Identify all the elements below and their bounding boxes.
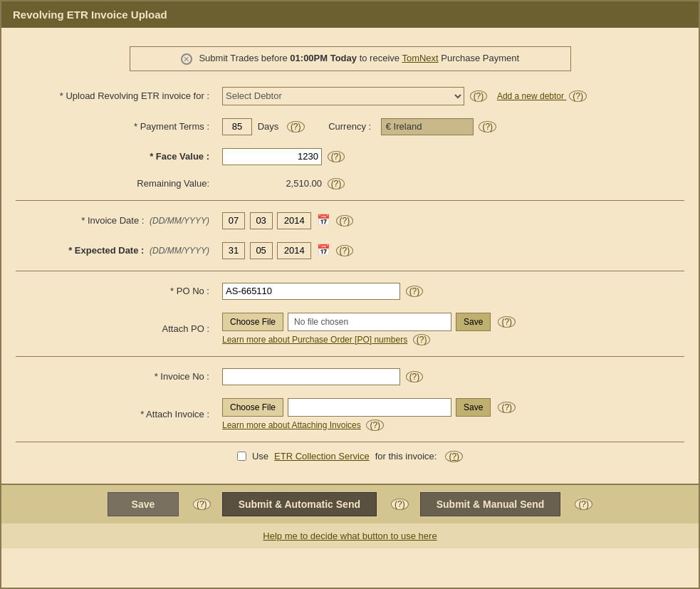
invoice-date-row: * Invoice Date : (DD/MM/YYYY) 📅 (?) bbox=[16, 209, 684, 232]
choose-file-button[interactable]: Choose File bbox=[222, 313, 283, 331]
invoice-file-row: Choose File Save (?) bbox=[222, 398, 516, 417]
invoice-mm-input[interactable] bbox=[250, 212, 273, 229]
bottom-bar: Save (?) Submit & Automatic Send (?) Sub… bbox=[1, 484, 699, 523]
submit-auto-help[interactable]: (?) bbox=[391, 499, 409, 510]
learn-po-help[interactable]: (?) bbox=[413, 334, 431, 345]
currency-label: Currency : bbox=[328, 121, 371, 132]
notice-prefix: Submit Trades before bbox=[199, 53, 290, 63]
bottom-section: Save (?) Submit & Automatic Send (?) Sub… bbox=[1, 484, 699, 548]
debtor-select[interactable]: Select Debtor bbox=[222, 87, 464, 105]
add-debtor-help[interactable]: (?) bbox=[569, 90, 587, 102]
face-value-row: * Face Value : (?) bbox=[16, 145, 684, 168]
currency-help[interactable]: (?) bbox=[479, 121, 496, 132]
help-decide-link[interactable]: Help me to decide what button to use her… bbox=[1, 531, 699, 541]
payment-terms-label: * Payment Terms : bbox=[16, 121, 222, 132]
po-save-button[interactable]: Save bbox=[456, 313, 491, 331]
face-value-help[interactable]: (?) bbox=[328, 151, 345, 162]
notice-icon: ✕ bbox=[181, 53, 192, 65]
divider-1 bbox=[16, 200, 684, 201]
page-container: Revolving ETR Invoice Upload ✕ Submit Tr… bbox=[0, 0, 700, 589]
invoice-no-help[interactable]: (?) bbox=[406, 371, 424, 382]
expected-yyyy-input[interactable] bbox=[277, 242, 311, 259]
face-value-label: * Face Value : bbox=[16, 151, 222, 162]
main-content: ✕ Submit Trades before 01:00PM Today to … bbox=[1, 28, 699, 484]
payment-help[interactable]: (?) bbox=[287, 121, 305, 132]
tomnext-link[interactable]: TomNext bbox=[402, 53, 438, 63]
payment-days-input[interactable] bbox=[222, 118, 252, 135]
attach-invoice-row: * Attach Invoice : Choose File Save (?) … bbox=[16, 395, 684, 433]
submit-manual-help[interactable]: (?) bbox=[575, 499, 592, 510]
po-no-input[interactable] bbox=[222, 283, 400, 300]
po-no-controls: (?) bbox=[222, 283, 423, 300]
invoice-no-controls: (?) bbox=[222, 368, 423, 385]
save-button[interactable]: Save bbox=[108, 492, 179, 516]
remaining-value-label: Remaining Value: bbox=[16, 178, 222, 189]
attach-po-row: Attach PO : Choose File No file chosen S… bbox=[16, 310, 684, 348]
expected-date-label: * Expected Date : (DD/MM/YYYY) bbox=[16, 245, 222, 256]
submit-auto-button[interactable]: Submit & Automatic Send bbox=[222, 492, 377, 516]
learn-invoice-help[interactable]: (?) bbox=[366, 419, 384, 431]
invoice-no-input[interactable] bbox=[222, 368, 400, 385]
invoice-no-label: * Invoice No : bbox=[16, 371, 222, 382]
add-debtor-link[interactable]: Add a new debtor bbox=[497, 91, 566, 101]
po-file-row: Choose File No file chosen Save (?) bbox=[222, 313, 516, 331]
notice-link-suffix: Purchase Payment bbox=[441, 53, 519, 63]
divider-4 bbox=[16, 442, 684, 442]
etr-collection-checkbox[interactable] bbox=[237, 452, 246, 461]
invoice-no-row: * Invoice No : (?) bbox=[16, 365, 684, 388]
invoice-date-help[interactable]: (?) bbox=[336, 215, 354, 226]
remaining-help[interactable]: (?) bbox=[328, 178, 345, 189]
submit-manual-button[interactable]: Submit & Manual Send bbox=[420, 492, 561, 516]
notice-suffix: to receive bbox=[360, 53, 402, 63]
remaining-value-row: Remaining Value: 2,510.00 (?) bbox=[16, 175, 684, 192]
expected-dd-input[interactable] bbox=[222, 242, 245, 259]
calendar-icon[interactable]: 📅 bbox=[317, 214, 330, 226]
invoice-yyyy-input[interactable] bbox=[277, 212, 311, 229]
expected-date-help[interactable]: (?) bbox=[336, 245, 354, 256]
attach-invoice-label: * Attach Invoice : bbox=[16, 409, 222, 419]
debtor-select-wrapper: Select Debtor (?) Add a new debtor (?) bbox=[222, 87, 587, 105]
notice-bold: 01:00PM Today bbox=[290, 53, 357, 63]
attach-po-help[interactable]: (?) bbox=[498, 316, 516, 328]
remaining-value-text: 2,510.00 bbox=[225, 178, 322, 189]
face-value-controls: (?) bbox=[222, 148, 345, 165]
etr-collection-suffix: for this invoice: bbox=[375, 451, 437, 462]
notice-bar: ✕ Submit Trades before 01:00PM Today to … bbox=[130, 46, 571, 71]
invoice-date-controls: 📅 (?) bbox=[222, 212, 353, 229]
choose-invoice-file-button[interactable]: Choose File bbox=[222, 398, 283, 417]
etr-collection-row: Use ETR Collection Service for this invo… bbox=[16, 451, 684, 462]
learn-po-link[interactable]: Learn more about Purchase Order [PO] num… bbox=[222, 335, 407, 345]
expected-date-controls: 📅 (?) bbox=[222, 242, 353, 259]
etr-collection-help[interactable]: (?) bbox=[445, 451, 463, 462]
attach-po-controls: Choose File No file chosen Save (?) Lear… bbox=[222, 313, 516, 345]
attach-po-label: Attach PO : bbox=[16, 323, 222, 334]
invoice-save-button[interactable]: Save bbox=[456, 398, 491, 417]
attach-invoice-controls: Choose File Save (?) Learn more about At… bbox=[222, 398, 516, 430]
expected-calendar-icon[interactable]: 📅 bbox=[317, 244, 330, 256]
etr-collection-link[interactable]: ETR Collection Service bbox=[274, 451, 370, 462]
learn-invoice-wrapper: Learn more about Attaching Invoices (?) bbox=[222, 419, 516, 430]
divider-2 bbox=[16, 271, 684, 271]
days-text: Days bbox=[258, 121, 279, 132]
expected-date-row: * Expected Date : (DD/MM/YYYY) 📅 (?) bbox=[16, 239, 684, 262]
currency-value: € Ireland bbox=[381, 118, 474, 135]
learn-invoice-link[interactable]: Learn more about Attaching Invoices bbox=[222, 420, 361, 430]
learn-po-wrapper: Learn more about Purchase Order [PO] num… bbox=[222, 334, 516, 345]
expected-mm-input[interactable] bbox=[250, 242, 273, 259]
attach-invoice-help[interactable]: (?) bbox=[498, 402, 516, 413]
etr-collection-text: Use bbox=[252, 451, 268, 462]
save-help[interactable]: (?) bbox=[193, 499, 211, 510]
payment-terms-controls: Days (?) Currency : € Ireland (?) bbox=[222, 118, 496, 135]
remaining-value-display: 2,510.00 (?) bbox=[222, 178, 345, 189]
invoice-date-label: * Invoice Date : (DD/MM/YYYY) bbox=[16, 215, 222, 226]
face-value-input[interactable] bbox=[222, 148, 322, 165]
po-no-help[interactable]: (?) bbox=[406, 286, 424, 297]
po-no-row: * PO No : (?) bbox=[16, 280, 684, 303]
page-title: Revolving ETR Invoice Upload bbox=[13, 9, 167, 21]
upload-debtor-row: * Upload Revolving ETR invoice for : Sel… bbox=[16, 84, 684, 108]
debtor-help[interactable]: (?) bbox=[470, 90, 488, 102]
upload-label: * Upload Revolving ETR invoice for : bbox=[16, 90, 222, 101]
divider-3 bbox=[16, 356, 684, 357]
invoice-dd-input[interactable] bbox=[222, 212, 245, 229]
po-no-label: * PO No : bbox=[16, 286, 222, 296]
